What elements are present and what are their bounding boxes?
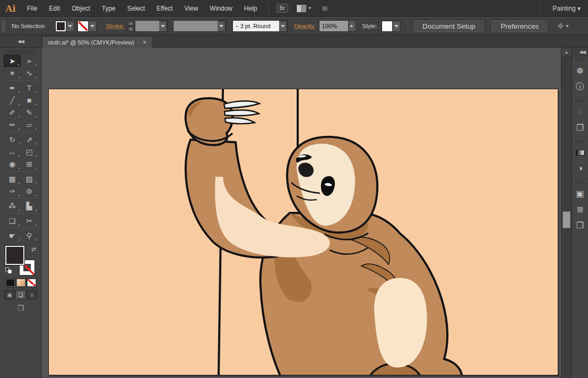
control-bar-grip[interactable] [2, 20, 5, 32]
magic-wand-tool[interactable]: ✶ [4, 67, 21, 79]
stepper-down-icon[interactable]: ▼ [127, 26, 134, 32]
vertical-scrollbar[interactable]: ▲ [561, 48, 572, 378]
opacity-input[interactable]: 100% [319, 20, 349, 32]
column-graph-tool[interactable]: ▙ [21, 200, 38, 212]
pathfinder-panel-icon[interactable]: ❒ [572, 217, 588, 233]
document-setup-button[interactable]: Document Setup [413, 20, 484, 32]
variable-width-dropdown[interactable] [218, 21, 226, 32]
canvas-pasteboard[interactable] [42, 48, 561, 378]
menu-type[interactable]: Type [96, 0, 122, 17]
stroke-color-dropdown[interactable] [89, 21, 97, 32]
dock-group-grip[interactable] [575, 140, 585, 143]
paintbrush-tool[interactable]: ✐ [4, 106, 21, 118]
dock-collapse-button[interactable]: ◀◀ [572, 48, 588, 56]
artboard-tool[interactable]: ❏ [4, 214, 21, 227]
mesh-tool[interactable]: ▦ [4, 173, 21, 185]
blend-tool[interactable]: ⊚ [21, 185, 38, 197]
gradient-panel-icon[interactable] [572, 144, 588, 160]
pen-tool[interactable]: ✒ [4, 82, 21, 94]
symbols-panel-icon[interactable]: ❐ [572, 119, 588, 135]
shape-builder-tool[interactable]: ◉ [4, 158, 21, 170]
menu-select[interactable]: Select [122, 0, 151, 17]
line-segment-tool[interactable]: ╱ [4, 94, 21, 106]
scrollbar-thumb[interactable] [563, 211, 570, 228]
graphic-style-swatch[interactable] [382, 21, 393, 32]
fill-color-dropdown[interactable] [66, 21, 74, 32]
dock-group-grip[interactable] [575, 99, 585, 102]
appearance-panel-icon[interactable]: ▣ [572, 185, 588, 201]
menu-window[interactable]: Window [204, 0, 238, 17]
transparency-panel-icon[interactable]: ◑ [572, 160, 588, 176]
tools-panel-grip[interactable] [7, 49, 34, 54]
menu-object[interactable]: Object [66, 0, 96, 17]
draw-inside-mode[interactable]: ◙ [27, 290, 37, 299]
stroke-weight-stepper[interactable]: ▲ ▼ [127, 20, 134, 32]
free-transform-tool[interactable]: ◰ [21, 145, 38, 158]
menu-edit[interactable]: Edit [43, 0, 66, 17]
symbol-sprayer-tool[interactable]: ⁂ [4, 200, 21, 212]
menu-file[interactable]: File [21, 0, 43, 17]
tab-close-icon[interactable]: × [143, 39, 146, 46]
scale-tool[interactable]: ⇗ [21, 133, 38, 145]
menu-help[interactable]: Help [238, 0, 263, 17]
selection-tool[interactable]: ➤ [4, 55, 21, 67]
brush-definition-dropdown[interactable] [279, 21, 287, 32]
slice-tool[interactable]: ✂ [21, 214, 38, 227]
hand-tool[interactable]: ☛ [4, 229, 21, 242]
arrange-documents-caret-icon[interactable]: ▼ [308, 6, 312, 11]
dock-group-grip[interactable] [575, 181, 585, 184]
gradient-tool[interactable]: ▨ [21, 173, 38, 185]
color-guide-panel-icon[interactable]: ☸ [572, 63, 588, 79]
select-similar-caret-icon[interactable]: ▼ [565, 24, 569, 29]
preferences-button[interactable]: Preferences [491, 20, 548, 32]
rotate-tool[interactable]: ↻ [4, 133, 21, 145]
lasso-tool[interactable]: ∿ [21, 67, 38, 79]
apply-color-button[interactable] [6, 279, 15, 287]
fill-color-swatch[interactable] [55, 21, 66, 32]
default-fill-stroke-icon[interactable] [5, 268, 12, 273]
menu-effect[interactable]: Effect [151, 0, 178, 17]
fill-color-widget[interactable] [55, 21, 74, 32]
arrange-documents-icon[interactable] [297, 5, 306, 12]
apply-gradient-button[interactable] [16, 279, 25, 287]
variable-width-profile-combo[interactable] [173, 20, 226, 32]
fill-indicator[interactable] [5, 246, 24, 265]
bridge-button[interactable]: Br [276, 4, 288, 13]
stroke-weight-dropdown[interactable] [159, 21, 167, 32]
opacity-dropdown-arrow[interactable]: ▶ [349, 20, 356, 32]
stroke-color-widget[interactable] [77, 21, 97, 32]
width-tool[interactable]: ↔ [4, 145, 21, 158]
rectangle-tool[interactable]: ■ [21, 94, 38, 106]
document-tab[interactable]: sloth.ai* @ 50% (CMYK/Preview) × [42, 36, 152, 48]
workspace-switcher[interactable]: Painting ▾ [545, 5, 588, 12]
type-tool[interactable]: T [21, 82, 38, 94]
menu-view[interactable]: View [179, 0, 204, 17]
swap-fill-stroke-icon[interactable]: ⇄ [31, 246, 36, 253]
opacity-panel-link[interactable]: Opacity: [294, 23, 315, 29]
brush-definition-combo[interactable]: • 3 pt. Round [232, 20, 288, 32]
dock-group-grip[interactable] [575, 58, 585, 62]
apply-none-button[interactable] [27, 279, 36, 287]
change-screen-mode-icon[interactable]: ❐ [0, 304, 41, 312]
direct-selection-tool[interactable]: ➢ [21, 55, 38, 67]
cs-live-icon[interactable]: ≋ [322, 4, 328, 13]
stroke-color-swatch[interactable] [77, 21, 89, 32]
perspective-grid-tool[interactable]: ⊞ [21, 158, 38, 170]
zoom-tool[interactable]: ⚲ [21, 229, 38, 242]
select-similar-icon[interactable]: ✥ [557, 22, 564, 30]
align-panel-icon[interactable]: ≣ [572, 201, 588, 217]
toolbar-collapse-button[interactable]: ◀◀ [0, 35, 42, 47]
eraser-tool[interactable]: ▱ [21, 118, 38, 131]
info-panel-icon[interactable]: ⓘ [572, 79, 588, 94]
graphic-style-widget[interactable] [382, 21, 401, 32]
artboard[interactable] [48, 89, 558, 375]
graphic-style-dropdown[interactable] [393, 21, 401, 32]
eyedropper-tool[interactable]: ✑ [4, 185, 21, 197]
stepper-up-icon[interactable]: ▲ [127, 20, 134, 26]
brushes-panel-icon[interactable]: ◌ [572, 104, 588, 119]
stroke-panel-link[interactable]: Stroke: [106, 23, 124, 29]
scroll-up-icon[interactable]: ▲ [561, 48, 572, 56]
pencil-tool[interactable]: ✎ [21, 106, 38, 118]
stroke-weight-combo[interactable] [135, 20, 168, 32]
draw-behind-mode[interactable]: ❏ [15, 290, 26, 299]
